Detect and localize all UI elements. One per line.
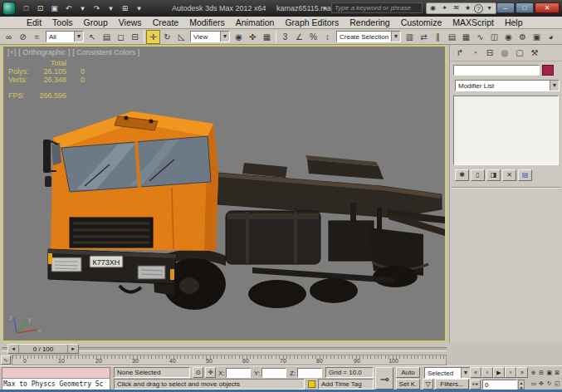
graphite-ribbon-button[interactable]: ▦ <box>459 30 473 44</box>
layer-manager-button[interactable]: ▤ <box>445 30 459 44</box>
infocenter-search-input[interactable] <box>331 2 423 13</box>
save-file-button[interactable]: ▣ <box>48 2 61 14</box>
undo-button[interactable]: ↶ <box>62 2 75 14</box>
listener-field[interactable]: Max to Physcs Geometry Sc <box>2 379 110 390</box>
maxscript-mini-listener[interactable]: Max to Physcs Geometry Sc <box>2 367 110 390</box>
zoom-region-button[interactable]: ▭ <box>530 378 538 389</box>
set-key-button[interactable]: Set K. <box>396 379 420 390</box>
absolute-offset-toggle[interactable]: ✛ <box>205 367 216 378</box>
favorites-button[interactable]: ★ <box>462 3 473 13</box>
redo-dropdown[interactable]: ▾ <box>105 2 117 14</box>
render-production-button[interactable]: ◕ <box>544 30 558 44</box>
menu-maxscript[interactable]: MAXScript <box>452 17 494 27</box>
named-selection-sets-dropdown[interactable]: Create Selection Se ▼ <box>336 31 401 42</box>
chevron-down-icon[interactable]: ▼ <box>74 32 83 42</box>
pin-stack-button[interactable]: ✱ <box>455 169 469 181</box>
infocenter-search-button[interactable]: ◉ <box>428 3 438 13</box>
material-editor-button[interactable]: ◉ <box>501 30 516 44</box>
modifier-stack-list[interactable] <box>453 96 559 165</box>
object-color-swatch[interactable] <box>542 65 554 76</box>
menu-group[interactable]: Group <box>84 17 108 27</box>
tab-utilities[interactable]: ⚒ <box>528 47 541 59</box>
tab-create[interactable]: ↱ <box>453 47 467 59</box>
coord-z-field[interactable] <box>297 368 322 378</box>
selection-lock-toggle[interactable]: ⊙ <box>193 367 203 378</box>
quick-access-dropdown[interactable]: ▾ <box>133 2 145 14</box>
play-button[interactable]: ▶ <box>493 367 505 378</box>
chevron-down-icon[interactable]: ▼ <box>391 32 400 42</box>
selection-filter-dropdown[interactable]: All ▼ <box>46 31 84 42</box>
3dsmax-logo-button[interactable] <box>2 2 16 15</box>
key-mode-toggle-button[interactable]: ↦ <box>470 380 481 390</box>
menu-create[interactable]: Create <box>153 17 179 27</box>
menu-customize[interactable]: Customize <box>401 17 442 27</box>
select-and-scale-button[interactable]: ◺ <box>174 30 188 44</box>
keyboard-override-button[interactable]: ▦ <box>260 30 274 44</box>
snap-toggle-3d-button[interactable]: 3 <box>278 30 292 44</box>
macro-recorder-field[interactable] <box>2 368 110 379</box>
zoom-button[interactable]: ⊕ <box>530 367 538 378</box>
previous-frame-button[interactable]: ‹ <box>481 367 493 378</box>
select-and-manipulate-button[interactable]: ✜ <box>246 30 260 44</box>
edit-named-sets-button[interactable]: ▥ <box>403 30 417 44</box>
menu-tools[interactable]: Tools <box>52 17 73 27</box>
frame-spinner[interactable]: ▲▼ <box>518 380 525 390</box>
menu-rendering[interactable]: Rendering <box>349 17 389 27</box>
menu-modifiers[interactable]: Modifiers <box>189 17 225 27</box>
tab-hierarchy[interactable]: ⊟ <box>483 47 496 59</box>
time-slider-handle[interactable]: ◂ 0 / 100 ▸ <box>7 344 79 354</box>
sign-in-button[interactable]: ✦ <box>439 3 450 13</box>
select-and-link-button[interactable]: ∞ <box>2 30 16 44</box>
coord-x-field[interactable] <box>226 368 251 378</box>
select-by-name-button[interactable]: ▤ <box>100 30 114 44</box>
project-folder-button[interactable]: ⊞ <box>119 2 131 14</box>
track-bar[interactable]: ∿ 0102030405060708090100 <box>0 355 562 365</box>
zoom-all-button[interactable]: ⊞ <box>538 367 546 378</box>
key-filter-dropdown[interactable]: Selected ▼ <box>424 367 471 379</box>
communication-center-button[interactable]: ✉ <box>451 3 462 13</box>
set-key-toggle-button[interactable]: ⊸ <box>375 367 393 390</box>
key-filter-icon-button[interactable]: ▽ <box>423 379 433 390</box>
rectangular-selection-button[interactable]: ◻ <box>114 30 128 44</box>
minimize-button[interactable]: – <box>496 2 515 13</box>
maximize-button[interactable]: □ <box>516 2 534 13</box>
curve-editor-button[interactable]: ∿ <box>473 30 487 44</box>
make-unique-button[interactable]: ◨ <box>486 169 501 181</box>
menu-animation[interactable]: Animation <box>236 17 275 27</box>
select-and-rotate-button[interactable]: ↻ <box>160 30 174 44</box>
schematic-view-button[interactable]: ◫ <box>487 30 501 44</box>
mirror-button[interactable]: ⇄ <box>417 30 431 44</box>
render-setup-button[interactable]: ⚙ <box>516 30 530 44</box>
viewport-pov-menu[interactable]: [ Orthographic ] <box>18 48 70 56</box>
reference-coordinate-dropdown[interactable]: View ▼ <box>190 31 230 42</box>
zoom-extents-all-button[interactable]: ⊠ <box>554 367 562 378</box>
percent-snap-button[interactable]: % <box>306 30 320 44</box>
align-button[interactable]: ∥ <box>431 30 445 44</box>
rendered-frame-button[interactable]: ▣ <box>530 30 544 44</box>
close-button[interactable]: ✕ <box>535 2 560 13</box>
zoom-extents-button[interactable]: ▣ <box>545 367 554 378</box>
redo-button[interactable]: ↷ <box>90 2 103 14</box>
use-pivot-center-button[interactable]: ◉ <box>232 30 246 44</box>
go-to-start-button[interactable]: « <box>470 367 481 378</box>
next-frame-button[interactable]: › <box>505 367 516 378</box>
filters-button[interactable]: Filters... <box>435 379 469 390</box>
angle-snap-button[interactable]: ∠ <box>292 30 306 44</box>
help-button[interactable]: ? <box>474 4 483 13</box>
help-dropdown[interactable]: ▾ <box>484 3 495 13</box>
configure-modifier-sets-button[interactable]: ▤ <box>518 169 532 181</box>
previous-frame-arrow-icon[interactable]: ◂ <box>8 345 18 352</box>
viewport-shading-menu[interactable]: [ Consistent Colors ] <box>72 48 139 56</box>
tab-modify[interactable]: ◔ <box>468 47 481 59</box>
coord-y-field[interactable] <box>261 368 286 378</box>
modifier-list-dropdown[interactable]: Modifier List ▼ <box>455 80 560 91</box>
spinner-snap-button[interactable]: ↕ <box>320 30 335 44</box>
tab-motion[interactable]: ◎ <box>498 47 511 59</box>
window-crossing-button[interactable]: ⊟ <box>128 30 142 44</box>
tab-display[interactable]: ▢ <box>513 47 526 59</box>
viewport-orthographic[interactable]: К773ХН [+] [ Orthographic ] [ Consistent… <box>2 46 446 341</box>
new-file-button[interactable]: □ <box>20 2 32 14</box>
search-expand-icon[interactable]: ▸ <box>324 4 327 12</box>
orbit-button[interactable]: ↻ <box>545 378 554 389</box>
menu-views[interactable]: Views <box>119 17 142 27</box>
